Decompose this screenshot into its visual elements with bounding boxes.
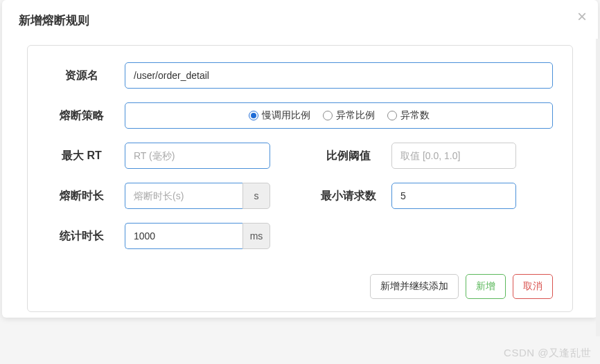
modal-body: 资源名 熔断策略 慢调用比例 异常比例 (2, 28, 598, 318)
bg-strip (596, 39, 600, 336)
row-strategy: 熔断策略 慢调用比例 异常比例 异常数 (47, 102, 553, 129)
label-strategy: 熔断策略 (47, 109, 125, 123)
radio-icon (249, 111, 258, 120)
stat-duration-input[interactable] (125, 223, 242, 249)
radio-label: 异常比例 (336, 109, 375, 122)
label-break-duration: 熔断时长 (47, 189, 125, 203)
label-min-request: 最小请求数 (314, 189, 391, 203)
row-rt-ratio: 最大 RT 比例阈值 (47, 143, 553, 169)
label-max-rt: 最大 RT (47, 149, 125, 163)
label-stat-duration: 统计时长 (47, 229, 125, 244)
unit-seconds: s (242, 183, 270, 209)
unit-ms: ms (242, 223, 270, 249)
modal-header: 新增熔断规则 (2, 0, 598, 28)
add-continue-button[interactable]: 新增并继续添加 (370, 274, 459, 299)
row-duration-minreq: 熔断时长 s 最小请求数 (47, 183, 553, 209)
radio-error-count[interactable]: 异常数 (387, 109, 430, 122)
radio-icon (387, 111, 397, 120)
radio-error-ratio[interactable]: 异常比例 (323, 109, 375, 122)
radio-label: 异常数 (400, 109, 430, 122)
modal-footer: 新增并继续添加 新增 取消 (47, 263, 553, 303)
radio-icon (323, 111, 333, 120)
break-duration-input[interactable] (125, 183, 242, 209)
label-ratio-threshold: 比例阈值 (314, 149, 391, 163)
row-stat-duration: 统计时长 ms (47, 223, 553, 249)
add-button[interactable]: 新增 (466, 274, 506, 299)
min-request-input[interactable] (391, 183, 516, 209)
close-icon[interactable]: × (577, 8, 587, 25)
circuit-breaker-modal: × 新增熔断规则 资源名 熔断策略 慢调用比例 (2, 0, 598, 318)
radio-slow-call[interactable]: 慢调用比例 (249, 109, 310, 122)
row-resource: 资源名 (47, 62, 553, 89)
cancel-button[interactable]: 取消 (513, 274, 553, 299)
strategy-radio-group: 慢调用比例 异常比例 异常数 (125, 102, 553, 129)
radio-label: 慢调用比例 (262, 109, 310, 122)
watermark: CSDN @又逢乱世 (504, 347, 592, 360)
label-resource: 资源名 (47, 69, 125, 83)
ratio-threshold-input[interactable] (391, 143, 516, 169)
resource-input[interactable] (125, 62, 553, 89)
modal-title: 新增熔断规则 (19, 12, 581, 28)
form-panel: 资源名 熔断策略 慢调用比例 异常比例 (27, 45, 573, 312)
max-rt-input[interactable] (125, 143, 270, 169)
